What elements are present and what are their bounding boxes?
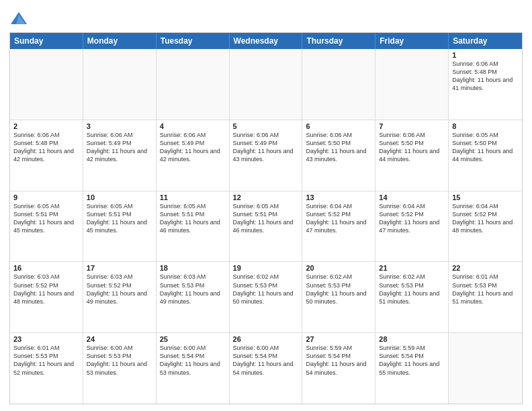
calendar-cell — [10, 49, 83, 120]
cell-text: Sunrise: 6:06 AM Sunset: 5:50 PM Dayligh… — [306, 131, 371, 164]
calendar-cell — [83, 49, 157, 120]
day-number: 4 — [160, 122, 226, 130]
calendar-row-4: 23Sunrise: 6:01 AM Sunset: 5:53 PM Dayli… — [10, 332, 522, 404]
calendar-cell: 27Sunrise: 5:59 AM Sunset: 5:54 PM Dayli… — [302, 333, 375, 404]
calendar-cell — [375, 49, 449, 120]
cell-text: Sunrise: 6:04 AM Sunset: 5:52 PM Dayligh… — [306, 202, 371, 235]
cell-text: Sunrise: 6:04 AM Sunset: 5:52 PM Dayligh… — [379, 202, 445, 235]
day-number: 3 — [87, 122, 152, 130]
cell-text: Sunrise: 6:06 AM Sunset: 5:48 PM Dayligh… — [13, 131, 79, 164]
cell-text: Sunrise: 6:06 AM Sunset: 5:50 PM Dayligh… — [379, 131, 445, 164]
calendar-cell — [449, 333, 522, 404]
day-number: 25 — [160, 335, 226, 343]
header-day-sunday: Sunday — [10, 33, 83, 49]
calendar-cell: 8Sunrise: 6:05 AM Sunset: 5:50 PM Daylig… — [449, 120, 522, 191]
cell-text: Sunrise: 6:03 AM Sunset: 5:52 PM Dayligh… — [13, 273, 79, 306]
calendar-cell: 14Sunrise: 6:04 AM Sunset: 5:52 PM Dayli… — [375, 191, 449, 262]
day-number: 15 — [452, 193, 519, 201]
calendar-cell: 5Sunrise: 6:06 AM Sunset: 5:49 PM Daylig… — [230, 120, 303, 191]
day-number: 13 — [306, 193, 371, 201]
day-number: 23 — [13, 335, 79, 343]
day-number: 1 — [452, 51, 519, 59]
calendar-row-2: 9Sunrise: 6:05 AM Sunset: 5:51 PM Daylig… — [10, 191, 522, 262]
calendar-cell — [157, 49, 230, 120]
day-number: 26 — [233, 335, 299, 343]
header-day-tuesday: Tuesday — [157, 33, 230, 49]
calendar-cell: 12Sunrise: 6:05 AM Sunset: 5:51 PM Dayli… — [230, 191, 303, 262]
day-number: 21 — [379, 264, 445, 272]
cell-text: Sunrise: 6:02 AM Sunset: 5:53 PM Dayligh… — [306, 273, 371, 306]
calendar-cell: 4Sunrise: 6:06 AM Sunset: 5:49 PM Daylig… — [157, 120, 230, 191]
cell-text: Sunrise: 6:01 AM Sunset: 5:53 PM Dayligh… — [452, 273, 519, 306]
calendar-cell: 13Sunrise: 6:04 AM Sunset: 5:52 PM Dayli… — [302, 191, 375, 262]
logo — [9, 9, 30, 28]
calendar-cell: 16Sunrise: 6:03 AM Sunset: 5:52 PM Dayli… — [10, 262, 83, 332]
day-number: 12 — [233, 193, 299, 201]
day-number: 2 — [13, 122, 79, 130]
calendar-cell: 15Sunrise: 6:04 AM Sunset: 5:52 PM Dayli… — [449, 191, 522, 262]
cell-text: Sunrise: 6:06 AM Sunset: 5:49 PM Dayligh… — [87, 131, 152, 164]
day-number: 24 — [87, 335, 152, 343]
day-number: 28 — [379, 335, 445, 343]
header-day-wednesday: Wednesday — [230, 33, 303, 49]
cell-text: Sunrise: 6:02 AM Sunset: 5:53 PM Dayligh… — [233, 273, 299, 306]
cell-text: Sunrise: 6:03 AM Sunset: 5:52 PM Dayligh… — [87, 273, 152, 306]
cell-text: Sunrise: 6:00 AM Sunset: 5:54 PM Dayligh… — [160, 344, 226, 377]
calendar: SundayMondayTuesdayWednesdayThursdayFrid… — [9, 32, 523, 404]
calendar-row-0: 1Sunrise: 6:06 AM Sunset: 5:48 PM Daylig… — [10, 49, 522, 120]
day-number: 10 — [87, 193, 152, 201]
cell-text: Sunrise: 6:06 AM Sunset: 5:49 PM Dayligh… — [160, 131, 226, 164]
calendar-cell: 17Sunrise: 6:03 AM Sunset: 5:52 PM Dayli… — [83, 262, 157, 332]
calendar-row-1: 2Sunrise: 6:06 AM Sunset: 5:48 PM Daylig… — [10, 120, 522, 191]
calendar-cell: 24Sunrise: 6:00 AM Sunset: 5:53 PM Dayli… — [83, 333, 157, 404]
calendar-cell: 28Sunrise: 5:59 AM Sunset: 5:54 PM Dayli… — [375, 333, 449, 404]
calendar-cell: 23Sunrise: 6:01 AM Sunset: 5:53 PM Dayli… — [10, 333, 83, 404]
cell-text: Sunrise: 6:00 AM Sunset: 5:54 PM Dayligh… — [233, 344, 299, 377]
calendar-cell: 7Sunrise: 6:06 AM Sunset: 5:50 PM Daylig… — [375, 120, 449, 191]
cell-text: Sunrise: 6:05 AM Sunset: 5:51 PM Dayligh… — [160, 202, 226, 235]
calendar-cell: 19Sunrise: 6:02 AM Sunset: 5:53 PM Dayli… — [230, 262, 303, 332]
cell-text: Sunrise: 6:04 AM Sunset: 5:52 PM Dayligh… — [452, 202, 519, 235]
header-day-saturday: Saturday — [449, 33, 522, 49]
cell-text: Sunrise: 5:59 AM Sunset: 5:54 PM Dayligh… — [379, 344, 445, 377]
day-number: 9 — [13, 193, 79, 201]
day-number: 27 — [306, 335, 371, 343]
calendar-cell: 11Sunrise: 6:05 AM Sunset: 5:51 PM Dayli… — [157, 191, 230, 262]
day-number: 16 — [13, 264, 79, 272]
calendar-cell: 9Sunrise: 6:05 AM Sunset: 5:51 PM Daylig… — [10, 191, 83, 262]
cell-text: Sunrise: 5:59 AM Sunset: 5:54 PM Dayligh… — [306, 344, 371, 377]
day-number: 17 — [87, 264, 152, 272]
cell-text: Sunrise: 6:05 AM Sunset: 5:51 PM Dayligh… — [233, 202, 299, 235]
calendar-cell: 6Sunrise: 6:06 AM Sunset: 5:50 PM Daylig… — [302, 120, 375, 191]
calendar-cell: 1Sunrise: 6:06 AM Sunset: 5:48 PM Daylig… — [449, 49, 522, 120]
cell-text: Sunrise: 6:05 AM Sunset: 5:51 PM Dayligh… — [13, 202, 79, 235]
day-number: 20 — [306, 264, 371, 272]
day-number: 14 — [379, 193, 445, 201]
calendar-row-3: 16Sunrise: 6:03 AM Sunset: 5:52 PM Dayli… — [10, 261, 522, 332]
cell-text: Sunrise: 6:03 AM Sunset: 5:53 PM Dayligh… — [160, 273, 226, 306]
page: SundayMondayTuesdayWednesdayThursdayFrid… — [0, 0, 532, 411]
cell-text: Sunrise: 6:00 AM Sunset: 5:53 PM Dayligh… — [87, 344, 152, 377]
calendar-cell: 21Sunrise: 6:02 AM Sunset: 5:53 PM Dayli… — [375, 262, 449, 332]
header-day-friday: Friday — [375, 33, 449, 49]
calendar-cell: 18Sunrise: 6:03 AM Sunset: 5:53 PM Dayli… — [157, 262, 230, 332]
logo-icon — [9, 9, 28, 28]
calendar-cell: 25Sunrise: 6:00 AM Sunset: 5:54 PM Dayli… — [157, 333, 230, 404]
day-number: 7 — [379, 122, 445, 130]
day-number: 18 — [160, 264, 226, 272]
header-day-monday: Monday — [83, 33, 157, 49]
cell-text: Sunrise: 6:02 AM Sunset: 5:53 PM Dayligh… — [379, 273, 445, 306]
cell-text: Sunrise: 6:05 AM Sunset: 5:50 PM Dayligh… — [452, 131, 519, 164]
calendar-cell: 10Sunrise: 6:05 AM Sunset: 5:51 PM Dayli… — [83, 191, 157, 262]
day-number: 6 — [306, 122, 371, 130]
header — [9, 7, 523, 28]
day-number: 11 — [160, 193, 226, 201]
calendar-cell: 26Sunrise: 6:00 AM Sunset: 5:54 PM Dayli… — [230, 333, 303, 404]
calendar-cell: 20Sunrise: 6:02 AM Sunset: 5:53 PM Dayli… — [302, 262, 375, 332]
calendar-cell — [302, 49, 375, 120]
calendar-cell: 2Sunrise: 6:06 AM Sunset: 5:48 PM Daylig… — [10, 120, 83, 191]
calendar-cell: 22Sunrise: 6:01 AM Sunset: 5:53 PM Dayli… — [449, 262, 522, 332]
cell-text: Sunrise: 6:01 AM Sunset: 5:53 PM Dayligh… — [13, 344, 79, 377]
calendar-cell — [230, 49, 303, 120]
day-number: 19 — [233, 264, 299, 272]
